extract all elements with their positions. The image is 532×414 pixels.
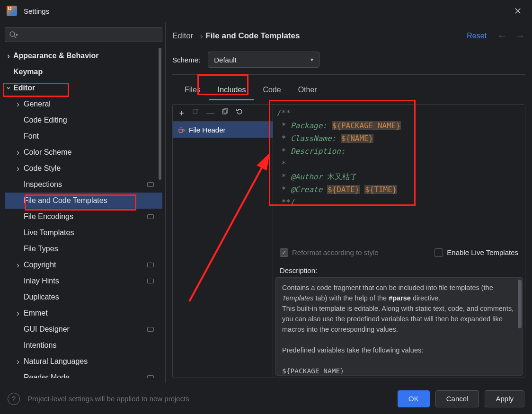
- sidebar-item[interactable]: General: [5, 96, 162, 112]
- sidebar-item-label: Code Style: [24, 164, 61, 173]
- chevron-down-icon: [5, 84, 12, 92]
- description-box[interactable]: Contains a code fragment that can be inc…: [275, 277, 523, 376]
- sidebar-item-label: Appearance & Behavior: [13, 52, 99, 60]
- revert-template-button[interactable]: [235, 108, 243, 118]
- reformat-checkbox: Reformat according to style: [280, 248, 379, 257]
- chevron-down-icon: ▾: [310, 56, 313, 63]
- sidebar-item[interactable]: Reader Mode: [5, 370, 162, 378]
- project-hint: Project-level settings will be applied t…: [27, 395, 189, 403]
- chevron-right-icon: [14, 260, 22, 270]
- chevron-right-icon: ›: [200, 31, 203, 41]
- sidebar-item-label: Font: [24, 132, 39, 141]
- nav-back-button[interactable]: ←: [497, 30, 507, 42]
- project-scope-icon: [147, 214, 154, 219]
- enable-live-templates-checkbox[interactable]: Enable Live Templates: [434, 248, 518, 257]
- sidebar-item[interactable]: Natural Languages: [5, 353, 162, 370]
- sidebar-item[interactable]: Keymap: [5, 64, 162, 80]
- sidebar-item-label: File and Code Templates: [24, 196, 107, 205]
- chevron-right-icon: [14, 357, 22, 367]
- scheme-value: Default: [214, 56, 310, 64]
- svg-point-0: [10, 32, 15, 36]
- scheme-select[interactable]: Default ▾: [208, 52, 319, 68]
- scheme-label: Scheme:: [172, 56, 200, 64]
- sidebar-item[interactable]: Duplicates: [5, 289, 162, 305]
- sidebar-item[interactable]: Editor: [5, 80, 162, 96]
- project-scope-icon: [147, 375, 154, 378]
- sidebar-item[interactable]: Code Style: [5, 160, 162, 176]
- description-scrollbar[interactable]: [518, 280, 522, 328]
- sidebar-item[interactable]: File Encodings: [5, 209, 162, 225]
- close-button[interactable]: [510, 3, 525, 18]
- sidebar-item[interactable]: Appearance & Behavior: [5, 48, 162, 64]
- sidebar-item-label: Natural Languages: [24, 357, 88, 366]
- reset-link[interactable]: Reset: [467, 32, 487, 40]
- window-title: Settings: [24, 7, 49, 15]
- project-scope-icon: [147, 263, 154, 267]
- remove-template-button: —: [206, 108, 214, 118]
- chevron-right-icon: [14, 164, 22, 174]
- sidebar-item[interactable]: Code Editing: [5, 112, 162, 128]
- sidebar-item-label: Duplicates: [24, 293, 59, 301]
- description-label: Description:: [273, 263, 525, 277]
- include-list-item[interactable]: File Header: [173, 122, 273, 138]
- sidebar-item[interactable]: Inlay Hints: [5, 273, 162, 289]
- sidebar-item-label: Intentions: [24, 341, 56, 350]
- sidebar-item-label: Editor: [13, 84, 35, 92]
- sidebar-item-label: General: [24, 100, 51, 108]
- add-template-button[interactable]: ＋: [177, 107, 186, 118]
- project-scope-icon: [147, 327, 154, 332]
- cancel-button[interactable]: Cancel: [435, 390, 479, 407]
- apply-button[interactable]: Apply: [485, 390, 524, 407]
- sidebar-item-label: GUI Designer: [24, 325, 70, 334]
- include-list-label: File Header: [189, 126, 226, 134]
- sidebar-item[interactable]: Font: [5, 128, 162, 144]
- sidebar-item[interactable]: Inspections: [5, 176, 162, 193]
- sidebar-item-label: File Types: [24, 245, 58, 253]
- checkbox-checked-icon: [280, 248, 288, 257]
- project-scope-icon: [147, 182, 154, 187]
- search-dropdown-icon[interactable]: ▾: [16, 32, 18, 37]
- java-icon: [177, 126, 185, 133]
- breadcrumb-root[interactable]: Editor: [172, 31, 193, 41]
- chevron-right-icon: [14, 148, 22, 158]
- tab-includes[interactable]: Includes: [209, 81, 255, 100]
- ok-button[interactable]: OK: [398, 390, 430, 407]
- settings-search-input[interactable]: ▾: [5, 27, 162, 42]
- sidebar-item-label: File Encodings: [24, 212, 73, 221]
- sidebar-item-label: Keymap: [13, 68, 43, 76]
- chevron-right-icon: [5, 51, 12, 61]
- sidebar-item-label: Copyright: [24, 261, 56, 269]
- sidebar-item-label: Inspections: [24, 180, 62, 189]
- template-code-editor[interactable]: /** * Package: ${PACKAGE_NAME} * ClassNa…: [273, 105, 525, 242]
- sidebar-item[interactable]: File Types: [5, 241, 162, 257]
- copy-template-button[interactable]: [221, 108, 229, 118]
- sidebar-item[interactable]: Live Templates: [5, 225, 162, 241]
- sidebar-item[interactable]: Copyright: [5, 257, 162, 273]
- nav-forward-button[interactable]: →: [515, 30, 525, 42]
- app-logo-icon: [7, 6, 17, 16]
- sidebar-item[interactable]: GUI Designer: [5, 321, 162, 337]
- help-button[interactable]: ?: [8, 393, 20, 405]
- tab-code[interactable]: Code: [254, 81, 289, 100]
- sidebar-item[interactable]: Intentions: [5, 337, 162, 353]
- breadcrumb-leaf: File and Code Templates: [205, 31, 300, 41]
- sidebar-item[interactable]: Emmet: [5, 305, 162, 321]
- chevron-right-icon: [14, 99, 22, 109]
- tab-files[interactable]: Files: [176, 81, 209, 100]
- tab-other[interactable]: Other: [290, 81, 326, 100]
- sidebar-item[interactable]: Color Scheme: [5, 144, 162, 160]
- chevron-right-icon: [14, 308, 22, 318]
- sidebar-item-label: Color Scheme: [24, 148, 71, 157]
- settings-tree[interactable]: Appearance & BehaviorKeymapEditorGeneral…: [5, 48, 162, 378]
- sidebar-item-label: Code Editing: [24, 116, 67, 124]
- sidebar-item-label: Emmet: [24, 309, 48, 317]
- sidebar-item-label: Live Templates: [24, 229, 74, 237]
- checkbox-icon: [434, 248, 443, 257]
- svg-rect-1: [193, 110, 197, 114]
- sidebar-item-label: Inlay Hints: [24, 277, 59, 285]
- project-scope-icon: [147, 279, 154, 283]
- sidebar-item-label: Reader Mode: [24, 373, 70, 378]
- sidebar-item[interactable]: File and Code Templates: [5, 193, 162, 209]
- add-child-button: [192, 108, 200, 118]
